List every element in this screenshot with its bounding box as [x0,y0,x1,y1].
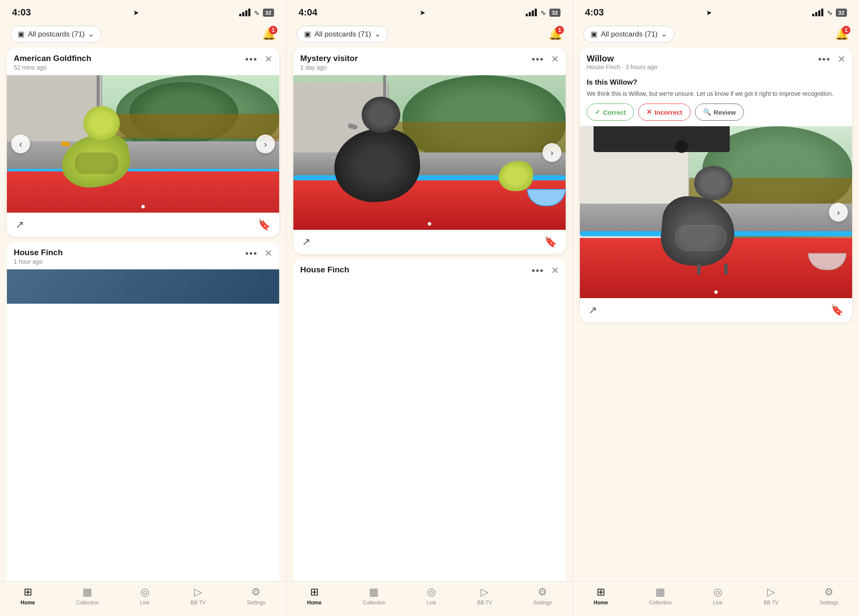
goldfinch-close-button[interactable]: ✕ [265,54,272,65]
nav-bbtv-3[interactable]: ▷ BB TV [764,586,778,606]
review-button[interactable]: 🔍 Review [695,104,744,121]
bbtv-icon-3: ▷ [767,586,775,598]
status-time-1: 4:03 [12,7,31,18]
main-content-3: Willow House Finch · 3 hours ago ••• ✕ I… [573,48,859,581]
phone-screen-1: 4:03 ➤ ∿ 32 ▣ All postcards (71) ⌄ [0,0,286,616]
verify-question: Is this Willow? [587,78,845,87]
card-house-finch-2-header: House Finch ••• ✕ [293,259,566,281]
signal-bar-3-3 [818,10,820,16]
goldfinch-image: ‹ › [7,75,279,213]
postcard-icon-1: ▣ [18,30,24,39]
signal-bar-3-2 [815,12,817,16]
bookmark-button-3[interactable]: 🔖 [831,304,844,316]
house-finch-partial-image [7,269,279,304]
mystery-menu-button[interactable]: ••• [532,54,544,65]
nav-settings-2[interactable]: ⚙ Settings [533,586,552,606]
willow-menu-button[interactable]: ••• [818,54,831,65]
home-label-1: Home [21,600,35,606]
nav-live-3[interactable]: ◎ Live [713,586,722,606]
bottom-nav-2: ⊞ Home ▦ Collection ◎ Live ▷ BB TV ⚙ Set… [286,581,573,616]
willow-image: › [580,126,852,298]
postcard-selector-3[interactable]: ▣ All postcards (71) ⌄ [583,26,674,43]
card-goldfinch-footer: ↗ 🔖 [7,213,279,237]
nav-home-1[interactable]: ⊞ Home [21,586,35,606]
postcard-selector-2[interactable]: ▣ All postcards (71) ⌄ [297,26,388,43]
bell-button-1[interactable]: 🔔 1 [262,27,276,41]
nav-live-1[interactable]: ◎ Live [140,586,149,606]
willow-title: Willow [587,54,657,64]
share-button-1[interactable]: ↗ [15,219,24,231]
willow-leg-1 [697,264,701,274]
willow-nav-right[interactable]: › [829,203,848,222]
settings-icon-3: ⚙ [824,586,834,598]
cross-icon: ✕ [646,108,652,116]
bell-button-3[interactable]: 🔔 1 [835,27,849,41]
collection-icon-3: ▦ [655,586,665,598]
dot-1-active [141,205,145,208]
nav-home-3[interactable]: ⊞ Home [594,586,608,606]
postcard-selector-1[interactable]: ▣ All postcards (71) ⌄ [10,26,101,43]
nav-collection-3[interactable]: ▦ Collection [649,586,672,606]
status-icons-3: ∿ 32 [812,9,847,17]
goldfinch-menu-button[interactable]: ••• [245,54,258,65]
card-house-finch-header: House Finch 1 hour ago ••• ✕ [7,242,279,269]
status-bar-3: 4:03 ➤ ∿ 32 [573,0,859,22]
willow-header: Willow House Finch · 3 hours ago ••• ✕ [580,48,852,73]
chevron-down-icon-1: ⌄ [88,30,94,39]
share-button-2[interactable]: ↗ [302,236,311,248]
house-finch-menu-button[interactable]: ••• [245,248,258,259]
nav-live-2[interactable]: ◎ Live [426,586,436,606]
live-label-1: Live [140,600,149,606]
top-nav-3: ▣ All postcards (71) ⌄ 🔔 1 [573,22,859,48]
nav-settings-1[interactable]: ⚙ Settings [247,586,265,606]
willow-leg-2 [724,264,728,274]
nav-settings-3[interactable]: ⚙ Settings [820,586,838,606]
nav-collection-2[interactable]: ▦ Collection [362,586,385,606]
card-willow: Willow House Finch · 3 hours ago ••• ✕ I… [580,48,852,322]
image-nav-right-1[interactable]: › [256,134,275,153]
image-nav-left-1[interactable]: ‹ [11,134,30,153]
willow-close-button[interactable]: ✕ [838,54,845,65]
bookmark-button-2[interactable]: 🔖 [544,236,557,248]
collection-label-3: Collection [649,600,672,606]
house-finch-2-menu-button[interactable]: ••• [532,265,544,276]
card-goldfinch-header: American Goldfinch 52 mins ago ••• ✕ [7,48,279,75]
signal-bar-3-1 [812,14,814,16]
card-goldfinch-actions: ••• ✕ [245,54,272,65]
mystery-nav-right[interactable]: › [542,143,561,162]
dots-indicator-2 [428,222,431,226]
collection-label-2: Collection [362,600,385,606]
nav-bbtv-2[interactable]: ▷ BB TV [477,586,492,606]
house-finch-close-button[interactable]: ✕ [265,248,272,259]
house-finch-2-close-button[interactable]: ✕ [551,265,559,276]
fence-1 [102,114,279,139]
share-button-3[interactable]: ↗ [588,304,597,316]
top-nav-2: ▣ All postcards (71) ⌄ 🔔 1 [286,22,573,48]
incorrect-button[interactable]: ✕ Incorrect [638,104,690,121]
willow-subtitle: House Finch · 3 hours ago [587,64,657,70]
bookmark-button-1[interactable]: 🔖 [258,219,271,231]
card-goldfinch: American Goldfinch 52 mins ago ••• ✕ [7,48,279,237]
bell-button-2[interactable]: 🔔 1 [548,27,562,41]
bell-badge-2: 1 [555,26,564,34]
nav-collection-1[interactable]: ▦ Collection [76,586,99,606]
live-icon-1: ◎ [140,586,149,598]
status-time-2: 4:04 [299,7,317,18]
mystery-close-button[interactable]: ✕ [551,54,559,65]
mystery-image: › [293,75,566,230]
top-nav-1: ▣ All postcards (71) ⌄ 🔔 1 [0,22,286,48]
correct-button[interactable]: ✓ Correct [587,104,634,121]
postcard-label-3: All postcards (71) [601,30,658,39]
check-icon: ✓ [595,108,600,116]
signal-bar-2-3 [532,10,534,16]
bottom-nav-1: ⊞ Home ▦ Collection ◎ Live ▷ BB TV ⚙ Set… [0,581,286,616]
status-icons-2: ∿ 32 [526,9,560,17]
bird-wing-1 [75,152,118,174]
live-icon-3: ◎ [713,586,722,598]
nav-bbtv-1[interactable]: ▷ BB TV [191,586,205,606]
nav-home-2[interactable]: ⊞ Home [307,586,321,606]
postcard-label-1: All postcards (71) [28,30,85,39]
settings-icon-1: ⚙ [251,586,261,598]
mystery-dark-bird-head [362,97,400,133]
signal-bars-3 [812,9,823,16]
